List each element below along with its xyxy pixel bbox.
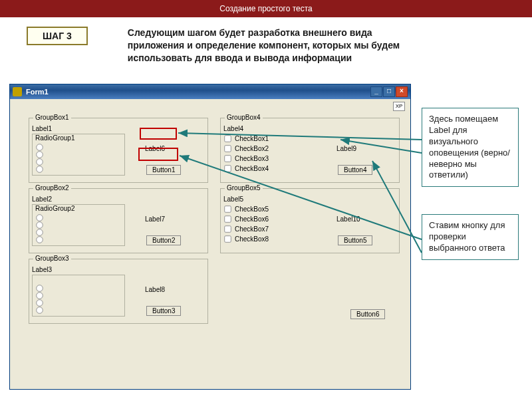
label3[interactable]: Label3 xyxy=(32,266,205,273)
label5[interactable]: Label5 xyxy=(223,196,396,203)
radiogroup1[interactable]: RadioGroup1 xyxy=(32,134,125,176)
checkbox1-label: CheckBox1 xyxy=(235,135,269,142)
checkbox8-label: CheckBox8 xyxy=(235,235,269,243)
window-title: Form1 xyxy=(26,88,49,96)
checkbox7[interactable] xyxy=(224,225,231,232)
label1[interactable]: Label1 xyxy=(32,125,205,132)
minimize-button[interactable]: _ xyxy=(370,86,382,97)
groupbox4-title: GroupBox4 xyxy=(225,114,263,121)
button2[interactable]: Button2 xyxy=(146,235,181,245)
checkbox1[interactable] xyxy=(224,135,231,142)
checkbox6-label: CheckBox6 xyxy=(235,215,269,223)
radio1-3[interactable] xyxy=(36,158,43,165)
checkbox6[interactable] xyxy=(224,215,231,222)
groupbox5-title: GroupBox5 xyxy=(225,184,263,192)
groupbox4[interactable]: GroupBox4 Label4 CheckBox1 CheckBox2 Che… xyxy=(220,118,400,183)
radiogroup3-title xyxy=(35,275,37,283)
close-button[interactable]: × xyxy=(396,86,408,97)
step-row: ШАГ 3 Следующим шагом будет разработка в… xyxy=(0,17,532,68)
button5[interactable]: Button5 xyxy=(338,235,372,245)
groupbox2[interactable]: GroupBox2 Label2 RadioGroup2 Label7 Butt… xyxy=(29,188,208,253)
radio1-2[interactable] xyxy=(36,151,43,158)
button3[interactable]: Button3 xyxy=(146,306,181,316)
groupbox3[interactable]: GroupBox3 Label3 Label8 Button3 xyxy=(29,259,208,324)
maximize-button[interactable]: □ xyxy=(383,86,395,97)
groupbox3-title: GroupBox3 xyxy=(33,255,71,262)
radio2-1[interactable] xyxy=(36,214,43,221)
label9[interactable]: Label9 xyxy=(336,145,356,152)
radio3-2[interactable] xyxy=(36,292,43,299)
label7[interactable]: Label7 xyxy=(145,215,165,223)
callout-button-info: Ставим кнопку для проверки выбранного от… xyxy=(422,214,519,260)
checkbox3-label: CheckBox3 xyxy=(235,155,269,162)
checkbox8[interactable] xyxy=(224,235,231,242)
step-description: Следующим шагом будет разработка внешнег… xyxy=(128,27,407,65)
page-header: Создание простого теста xyxy=(0,0,532,17)
window-controls: _ □ × xyxy=(370,86,408,97)
groupbox2-title: GroupBox2 xyxy=(33,184,71,192)
radio3-1[interactable] xyxy=(36,285,43,291)
checkbox3[interactable] xyxy=(224,155,231,162)
checkbox5-label: CheckBox5 xyxy=(235,205,269,213)
groupbox5[interactable]: GroupBox5 Label5 CheckBox5 CheckBox6 Che… xyxy=(220,188,400,253)
step-badge: ШАГ 3 xyxy=(27,27,88,45)
label6[interactable]: Label6 xyxy=(145,145,165,152)
radio3-4[interactable] xyxy=(36,307,43,313)
titlebar: Form1 _ □ × xyxy=(10,84,410,99)
radio2-4[interactable] xyxy=(36,236,43,243)
label8[interactable]: Label8 xyxy=(145,286,165,293)
app-icon xyxy=(13,87,22,96)
form-designer-window: Form1 _ □ × XP GroupBox1 Label1 RadioGro… xyxy=(9,84,411,390)
label10[interactable]: Label10 xyxy=(336,215,360,223)
radiogroup3[interactable] xyxy=(32,275,125,317)
button1[interactable]: Button1 xyxy=(146,165,181,175)
radio1-1[interactable] xyxy=(36,144,43,150)
callout-label-info: Здесь помещаем Label для визуального опо… xyxy=(422,108,519,187)
checkbox7-label: CheckBox7 xyxy=(235,225,269,233)
groupbox1-title: GroupBox1 xyxy=(33,114,71,121)
radiogroup2[interactable]: RadioGroup2 xyxy=(32,204,125,246)
form-canvas[interactable]: XP GroupBox1 Label1 RadioGroup1 Label6 B… xyxy=(10,99,410,389)
checkbox2-label: CheckBox2 xyxy=(235,145,269,152)
xp-manifest-icon[interactable]: XP xyxy=(393,102,405,111)
checkbox2[interactable] xyxy=(224,145,231,152)
label4[interactable]: Label4 xyxy=(223,125,396,132)
radio2-2[interactable] xyxy=(36,221,43,228)
radiogroup1-title: RadioGroup1 xyxy=(35,134,74,142)
checkbox5[interactable] xyxy=(224,205,231,212)
radio1-4[interactable] xyxy=(36,166,43,172)
groupbox1[interactable]: GroupBox1 Label1 RadioGroup1 Label6 Butt… xyxy=(29,118,208,183)
checkbox4[interactable] xyxy=(224,165,231,172)
radio2-3[interactable] xyxy=(36,229,43,235)
button4[interactable]: Button4 xyxy=(338,165,372,175)
radiogroup2-title: RadioGroup2 xyxy=(35,205,74,212)
checkbox4-label: CheckBox4 xyxy=(235,165,269,172)
radio3-3[interactable] xyxy=(36,299,43,306)
label2[interactable]: Label2 xyxy=(32,196,205,203)
button6[interactable]: Button6 xyxy=(350,309,385,319)
